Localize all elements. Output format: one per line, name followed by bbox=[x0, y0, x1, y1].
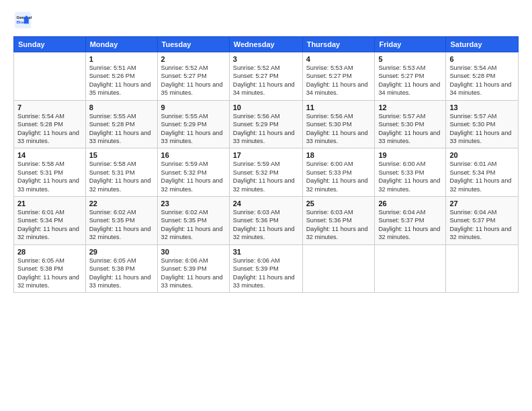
day-info: Sunrise: 6:06 AM Sunset: 5:39 PM Dayligh… bbox=[233, 257, 299, 290]
day-number: 22 bbox=[89, 199, 154, 208]
day-info: Sunrise: 6:02 AM Sunset: 5:35 PM Dayligh… bbox=[161, 208, 226, 242]
day-number: 25 bbox=[306, 199, 371, 208]
day-info: Sunrise: 6:01 AM Sunset: 5:34 PM Dayligh… bbox=[17, 208, 82, 242]
calendar-cell: 5Sunrise: 5:53 AM Sunset: 5:27 PM Daylig… bbox=[375, 52, 446, 101]
calendar-cell: 4Sunrise: 5:53 AM Sunset: 5:27 PM Daylig… bbox=[302, 52, 375, 101]
day-number: 5 bbox=[378, 55, 442, 63]
calendar-cell: 20Sunrise: 6:01 AM Sunset: 5:34 PM Dayli… bbox=[446, 148, 519, 197]
calendar-cell: 18Sunrise: 6:00 AM Sunset: 5:33 PM Dayli… bbox=[302, 148, 375, 197]
day-info: Sunrise: 6:06 AM Sunset: 5:39 PM Dayligh… bbox=[161, 257, 226, 290]
day-info: Sunrise: 5:56 AM Sunset: 5:29 PM Dayligh… bbox=[233, 112, 299, 146]
calendar-week-row: 7Sunrise: 5:54 AM Sunset: 5:28 PM Daylig… bbox=[14, 100, 519, 148]
day-info: Sunrise: 5:58 AM Sunset: 5:31 PM Dayligh… bbox=[17, 160, 82, 193]
day-info: Sunrise: 5:51 AM Sunset: 5:26 PM Dayligh… bbox=[89, 64, 154, 97]
day-info: Sunrise: 6:03 AM Sunset: 5:36 PM Dayligh… bbox=[233, 208, 299, 242]
day-number: 12 bbox=[378, 103, 442, 111]
day-info: Sunrise: 5:53 AM Sunset: 5:27 PM Dayligh… bbox=[378, 64, 442, 97]
day-number: 27 bbox=[449, 199, 515, 208]
calendar-week-row: 21Sunrise: 6:01 AM Sunset: 5:34 PM Dayli… bbox=[14, 197, 519, 245]
day-number: 3 bbox=[233, 55, 299, 63]
day-number: 6 bbox=[449, 55, 515, 63]
calendar-cell: 29Sunrise: 6:05 AM Sunset: 5:38 PM Dayli… bbox=[85, 244, 157, 293]
day-number: 16 bbox=[161, 151, 226, 159]
day-info: Sunrise: 5:57 AM Sunset: 5:30 PM Dayligh… bbox=[378, 112, 442, 146]
day-number: 11 bbox=[306, 103, 371, 111]
calendar-cell: 17Sunrise: 5:59 AM Sunset: 5:32 PM Dayli… bbox=[229, 148, 302, 197]
day-info: Sunrise: 5:56 AM Sunset: 5:30 PM Dayligh… bbox=[306, 112, 371, 146]
calendar-cell: 28Sunrise: 6:05 AM Sunset: 5:38 PM Dayli… bbox=[14, 244, 86, 293]
day-number: 29 bbox=[89, 248, 154, 256]
day-info: Sunrise: 6:01 AM Sunset: 5:34 PM Dayligh… bbox=[449, 160, 515, 193]
calendar-cell: 7Sunrise: 5:54 AM Sunset: 5:28 PM Daylig… bbox=[14, 100, 86, 148]
weekday-header: Wednesday bbox=[229, 37, 302, 52]
calendar-cell bbox=[375, 244, 446, 293]
day-number: 21 bbox=[17, 199, 82, 208]
calendar-cell: 9Sunrise: 5:55 AM Sunset: 5:29 PM Daylig… bbox=[157, 100, 229, 148]
calendar-week-row: 28Sunrise: 6:05 AM Sunset: 5:38 PM Dayli… bbox=[14, 244, 519, 293]
day-number: 17 bbox=[233, 151, 299, 159]
calendar-cell: 1Sunrise: 5:51 AM Sunset: 5:26 PM Daylig… bbox=[85, 52, 157, 101]
day-number: 14 bbox=[17, 151, 82, 159]
day-number: 13 bbox=[449, 103, 515, 111]
day-info: Sunrise: 6:00 AM Sunset: 5:33 PM Dayligh… bbox=[306, 160, 371, 193]
day-number: 4 bbox=[306, 55, 371, 63]
day-number: 28 bbox=[17, 248, 82, 256]
calendar-week-row: 14Sunrise: 5:58 AM Sunset: 5:31 PM Dayli… bbox=[14, 148, 519, 197]
day-number: 10 bbox=[233, 103, 299, 111]
logo: General Blue bbox=[13, 11, 35, 30]
day-info: Sunrise: 6:04 AM Sunset: 5:37 PM Dayligh… bbox=[449, 208, 515, 242]
weekday-header: Saturday bbox=[446, 37, 519, 52]
calendar-cell: 11Sunrise: 5:56 AM Sunset: 5:30 PM Dayli… bbox=[302, 100, 375, 148]
calendar-cell: 13Sunrise: 5:57 AM Sunset: 5:30 PM Dayli… bbox=[446, 100, 519, 148]
calendar-cell: 30Sunrise: 6:06 AM Sunset: 5:39 PM Dayli… bbox=[157, 244, 229, 293]
day-number: 18 bbox=[306, 151, 371, 159]
day-info: Sunrise: 5:55 AM Sunset: 5:28 PM Dayligh… bbox=[89, 112, 154, 146]
calendar-cell: 10Sunrise: 5:56 AM Sunset: 5:29 PM Dayli… bbox=[229, 100, 302, 148]
calendar-cell: 6Sunrise: 5:54 AM Sunset: 5:28 PM Daylig… bbox=[446, 52, 519, 101]
calendar-cell: 24Sunrise: 6:03 AM Sunset: 5:36 PM Dayli… bbox=[229, 197, 302, 245]
weekday-header: Tuesday bbox=[157, 37, 229, 52]
calendar-header-row: SundayMondayTuesdayWednesdayThursdayFrid… bbox=[14, 37, 519, 52]
day-info: Sunrise: 6:05 AM Sunset: 5:38 PM Dayligh… bbox=[89, 257, 154, 290]
calendar-cell bbox=[302, 244, 375, 293]
day-info: Sunrise: 6:04 AM Sunset: 5:37 PM Dayligh… bbox=[378, 208, 442, 242]
page: General Blue SundayMondayTuesdayWednesda… bbox=[0, 0, 532, 411]
day-info: Sunrise: 5:54 AM Sunset: 5:28 PM Dayligh… bbox=[449, 64, 515, 97]
day-info: Sunrise: 5:59 AM Sunset: 5:32 PM Dayligh… bbox=[161, 160, 226, 193]
header: General Blue bbox=[13, 11, 519, 30]
day-number: 24 bbox=[233, 199, 299, 208]
calendar-cell: 12Sunrise: 5:57 AM Sunset: 5:30 PM Dayli… bbox=[375, 100, 446, 148]
calendar-cell: 8Sunrise: 5:55 AM Sunset: 5:28 PM Daylig… bbox=[85, 100, 157, 148]
day-number: 31 bbox=[233, 248, 299, 256]
calendar-cell: 15Sunrise: 5:58 AM Sunset: 5:31 PM Dayli… bbox=[85, 148, 157, 197]
calendar-cell: 14Sunrise: 5:58 AM Sunset: 5:31 PM Dayli… bbox=[14, 148, 86, 197]
day-info: Sunrise: 5:58 AM Sunset: 5:31 PM Dayligh… bbox=[89, 160, 154, 193]
calendar-cell bbox=[446, 244, 519, 293]
calendar-cell: 19Sunrise: 6:00 AM Sunset: 5:33 PM Dayli… bbox=[375, 148, 446, 197]
calendar-cell: 3Sunrise: 5:52 AM Sunset: 5:27 PM Daylig… bbox=[229, 52, 302, 101]
calendar-cell bbox=[14, 52, 86, 101]
day-number: 1 bbox=[89, 55, 154, 63]
logo-icon: General Blue bbox=[13, 11, 32, 30]
day-number: 15 bbox=[89, 151, 154, 159]
calendar-week-row: 1Sunrise: 5:51 AM Sunset: 5:26 PM Daylig… bbox=[14, 52, 519, 101]
calendar-cell: 26Sunrise: 6:04 AM Sunset: 5:37 PM Dayli… bbox=[375, 197, 446, 245]
day-number: 7 bbox=[17, 103, 82, 111]
day-info: Sunrise: 5:59 AM Sunset: 5:32 PM Dayligh… bbox=[233, 160, 299, 193]
calendar-cell: 2Sunrise: 5:52 AM Sunset: 5:27 PM Daylig… bbox=[157, 52, 229, 101]
calendar-cell: 31Sunrise: 6:06 AM Sunset: 5:39 PM Dayli… bbox=[229, 244, 302, 293]
calendar-cell: 16Sunrise: 5:59 AM Sunset: 5:32 PM Dayli… bbox=[157, 148, 229, 197]
day-info: Sunrise: 5:54 AM Sunset: 5:28 PM Dayligh… bbox=[17, 112, 82, 146]
weekday-header: Thursday bbox=[302, 37, 375, 52]
day-number: 8 bbox=[89, 103, 154, 111]
day-number: 20 bbox=[449, 151, 515, 159]
calendar-cell: 25Sunrise: 6:03 AM Sunset: 5:36 PM Dayli… bbox=[302, 197, 375, 245]
day-info: Sunrise: 6:00 AM Sunset: 5:33 PM Dayligh… bbox=[378, 160, 442, 193]
day-number: 19 bbox=[378, 151, 442, 159]
weekday-header: Sunday bbox=[14, 37, 86, 52]
day-info: Sunrise: 5:52 AM Sunset: 5:27 PM Dayligh… bbox=[233, 64, 299, 97]
calendar-cell: 21Sunrise: 6:01 AM Sunset: 5:34 PM Dayli… bbox=[14, 197, 86, 245]
day-info: Sunrise: 5:52 AM Sunset: 5:27 PM Dayligh… bbox=[161, 64, 226, 97]
calendar-cell: 27Sunrise: 6:04 AM Sunset: 5:37 PM Dayli… bbox=[446, 197, 519, 245]
weekday-header: Friday bbox=[375, 37, 446, 52]
